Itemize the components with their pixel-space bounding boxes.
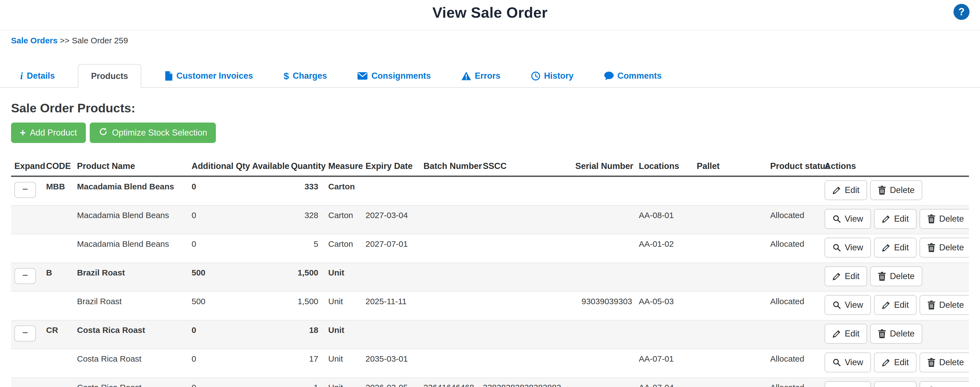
cell-locations: AA-08-01 — [635, 205, 694, 234]
cell-code — [43, 377, 74, 387]
pencil-icon — [832, 186, 841, 194]
tab-errors[interactable]: Errors — [454, 65, 508, 87]
tab-details[interactable]: iDetails — [13, 65, 63, 87]
cell-product-status: Allocated — [759, 291, 821, 320]
add-product-button[interactable]: + Add Product — [11, 123, 86, 143]
view-sale-order-page: View Sale Order ? Sale Orders >> Sale Or… — [0, 0, 980, 387]
column-header-locations: Locations — [635, 159, 694, 177]
edit-button[interactable]: Edit — [874, 295, 916, 315]
dollar-icon: $ — [283, 71, 289, 81]
tab-history[interactable]: History — [523, 65, 581, 87]
collapse-button[interactable]: − — [14, 325, 36, 341]
help-button[interactable]: ? — [953, 4, 969, 20]
cell-quantity: 328 — [288, 205, 325, 234]
search-icon — [832, 215, 841, 223]
column-header-expand: Expand — [11, 159, 43, 177]
edit-button[interactable]: Edit — [824, 266, 867, 286]
cell-locations — [635, 320, 694, 349]
column-header-sscc: SSCC — [479, 159, 572, 177]
trash-icon — [927, 301, 935, 309]
tab-customer-invoices[interactable]: Customer Invoices — [156, 65, 261, 87]
cell-batch-number — [420, 263, 479, 291]
view-button[interactable]: View — [824, 238, 871, 258]
cell-measure: Unit — [325, 291, 362, 320]
pencil-icon — [832, 329, 841, 338]
cell-name: Macadamia Blend Beans — [74, 177, 188, 205]
tab-consignments[interactable]: Consignments — [350, 65, 438, 87]
tab-label: Comments — [617, 71, 662, 81]
cell-pallet — [694, 349, 759, 377]
breadcrumb-separator: >> — [60, 36, 70, 45]
tab-label: Products — [91, 71, 128, 81]
edit-button[interactable]: Edit — [824, 324, 867, 344]
cell-actions: ViewEditDelete — [821, 234, 969, 263]
cell-product-status: Allocated — [759, 205, 821, 234]
cell-actions: EditDelete — [821, 320, 969, 349]
cell-quantity: 5 — [288, 234, 325, 263]
cell-code: CR — [43, 320, 74, 349]
info-icon: i — [20, 71, 23, 81]
delete-button[interactable]: Delete — [870, 180, 922, 200]
cell-name: Brazil Roast — [74, 263, 188, 291]
edit-button[interactable]: Edit — [874, 352, 916, 373]
view-button[interactable]: View — [824, 295, 871, 315]
cell-serial-number — [572, 177, 635, 205]
edit-button[interactable]: Edit — [874, 238, 916, 258]
cell-sscc — [479, 263, 572, 291]
view-button[interactable]: View — [824, 209, 871, 229]
column-header-additional-qty-available: Additional Qty Available — [188, 159, 288, 177]
column-header-actions: Actions — [821, 159, 969, 177]
product-row: −MBBMacadamia Blend Beans0333CartonEditD… — [11, 177, 969, 205]
edit-button[interactable]: Edit — [824, 180, 867, 200]
tab-products[interactable]: Products — [78, 64, 142, 88]
cell-code: B — [43, 263, 74, 291]
cell-locations — [635, 177, 694, 205]
cell-additional-qty: 0 — [188, 349, 288, 377]
cell-batch-number — [420, 177, 479, 205]
delete-button[interactable]: Delete — [870, 266, 922, 286]
delete-button[interactable]: Delete — [920, 295, 969, 315]
column-header-serial-number: Serial Number — [572, 159, 635, 177]
column-header-batch-number: Batch Number — [420, 159, 479, 177]
breadcrumb-sale-orders-link[interactable]: Sale Orders — [11, 36, 57, 45]
cell-name: Costa Rica Roast — [74, 377, 188, 387]
cell-locations — [635, 263, 694, 291]
trash-icon — [878, 329, 886, 338]
column-header-quantity: Quantity — [288, 159, 325, 177]
optimize-stock-selection-button[interactable]: Optimize Stock Selection — [90, 123, 216, 143]
cell-quantity: 1,500 — [288, 291, 325, 320]
tab-label: Customer Invoices — [177, 71, 253, 81]
collapse-button[interactable]: − — [14, 182, 36, 198]
view-button[interactable]: View — [824, 381, 871, 387]
stock-row: Costa Rica Roast017Unit2035-03-01AA-07-0… — [11, 349, 969, 377]
edit-button-label: Edit — [894, 300, 909, 310]
cell-quantity: 1 — [288, 377, 325, 387]
plus-icon: + — [20, 128, 25, 138]
edit-button[interactable]: Edit — [874, 209, 916, 229]
cell-actions: ViewEditDelete — [821, 349, 969, 377]
cell-expand — [11, 205, 43, 234]
cell-sscc: 33838383838383883 — [479, 377, 572, 387]
table-header-row: ExpandCODEProduct NameAdditional Qty Ava… — [11, 159, 969, 177]
tab-comments[interactable]: Comments — [597, 65, 670, 87]
cell-batch-number — [420, 349, 479, 377]
cell-locations: AA-07-01 — [635, 349, 694, 377]
edit-button[interactable]: Edit — [874, 381, 916, 387]
edit-button-label: Edit — [894, 357, 909, 367]
delete-button[interactable]: Delete — [920, 381, 969, 387]
cell-expand: − — [11, 320, 43, 349]
cell-locations: AA-01-02 — [635, 234, 694, 263]
delete-button[interactable]: Delete — [920, 352, 969, 373]
cell-batch-number: 23641646468 — [420, 377, 479, 387]
delete-button[interactable]: Delete — [870, 324, 922, 344]
stock-row: Macadamia Blend Beans05Carton2027-07-01A… — [11, 234, 969, 263]
tab-charges[interactable]: $Charges — [276, 65, 334, 87]
cell-expand — [11, 349, 43, 377]
cell-serial-number — [572, 377, 635, 387]
cell-sscc — [479, 177, 572, 205]
delete-button[interactable]: Delete — [920, 209, 969, 229]
delete-button-label: Delete — [939, 214, 964, 224]
collapse-button[interactable]: − — [14, 268, 36, 284]
view-button[interactable]: View — [824, 352, 871, 373]
delete-button[interactable]: Delete — [920, 238, 969, 258]
